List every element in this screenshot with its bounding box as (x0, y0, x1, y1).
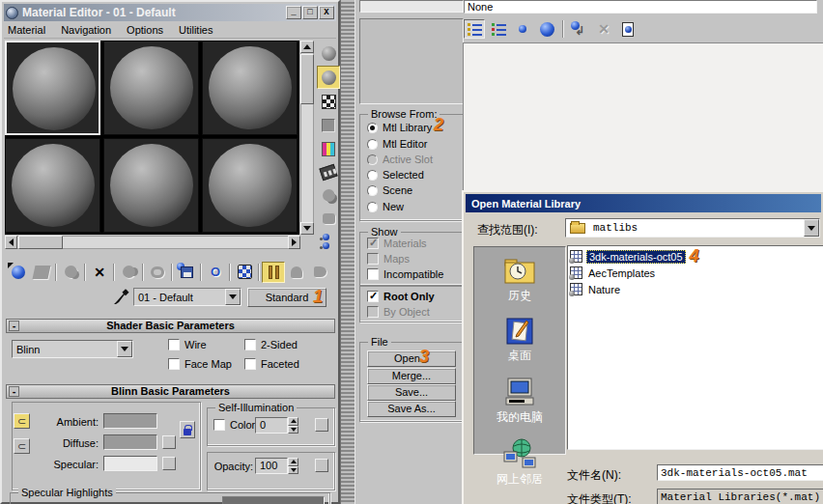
material-editor-titlebar[interactable]: Material Editor - 01 - Default _ □ X (4, 4, 336, 21)
opacity-spinner[interactable]: 100 (255, 458, 298, 474)
background-icon[interactable] (317, 90, 340, 113)
make-preview-icon[interactable] (317, 160, 340, 183)
sample-uv-tiling-icon[interactable] (317, 114, 340, 137)
checkbox-self-illum-color[interactable]: Color (213, 419, 255, 431)
shader-type-dropdown[interactable]: Blinn (12, 340, 133, 358)
spinner-down-icon[interactable] (288, 466, 298, 475)
filetype-dropdown[interactable]: Material Libraries(*.mat) (657, 489, 823, 504)
backlight-icon[interactable] (317, 66, 340, 89)
options-icon[interactable] (317, 183, 340, 207)
scroll-down-icon[interactable] (300, 222, 314, 235)
lock-ambient-diffuse-icon[interactable]: ⊂ (14, 413, 30, 429)
lock-diffuse-specular-icon[interactable]: ⊂ (14, 438, 30, 454)
checkbox-faceted[interactable]: Faceted (244, 358, 299, 370)
sample-type-icon[interactable] (317, 42, 340, 65)
browser-name-field[interactable]: None (464, 0, 817, 14)
checkbox-wire[interactable]: Wire (168, 339, 207, 350)
radio-new[interactable]: New (367, 201, 404, 212)
checkbox-icon[interactable] (367, 268, 379, 280)
dropdown-arrow-icon[interactable] (225, 289, 241, 305)
self-illum-map-button[interactable] (315, 418, 328, 432)
filename-input[interactable]: 3dk-materials-oct05.mat (657, 464, 823, 481)
pick-material-eyedropper-icon[interactable] (112, 289, 129, 306)
radio-dot-icon[interactable] (367, 202, 378, 212)
get-material-icon[interactable] (7, 262, 30, 283)
clear-material-library-icon[interactable] (617, 19, 639, 39)
close-button[interactable]: X (319, 6, 334, 19)
spinner-up-icon[interactable] (288, 458, 298, 466)
reset-map-icon[interactable]: ✕ (88, 262, 111, 283)
blinn-rollout-header[interactable]: - Blinn Basic Parameters (6, 384, 335, 399)
checkbox-icon[interactable] (367, 291, 379, 302)
minimize-button[interactable]: _ (286, 6, 301, 19)
dropdown-arrow-icon[interactable] (804, 219, 819, 237)
checkbox-icon[interactable] (213, 419, 225, 431)
dialog-file-list[interactable]: 3dk-materials-oct05 4 AecTemplates Natur… (567, 245, 823, 450)
place-my-computer[interactable]: 我的电脑 (497, 377, 543, 426)
save-as-button[interactable]: Save As... (367, 401, 456, 417)
checkbox-icon[interactable] (168, 358, 180, 370)
opacity-map-button[interactable] (315, 459, 328, 472)
radio-scene[interactable]: Scene (367, 184, 412, 196)
specular-map-button[interactable] (162, 457, 176, 470)
file-item[interactable]: AecTemplates (570, 265, 823, 281)
checkbox-2sided[interactable]: 2-Sided (244, 339, 298, 350)
put-to-library-icon[interactable] (175, 262, 198, 283)
browser-top-field[interactable] (359, 0, 464, 13)
sample-slot-6[interactable] (202, 138, 298, 233)
view-list-icon[interactable] (464, 19, 485, 39)
look-in-dropdown[interactable]: matlibs (565, 218, 820, 238)
sample-slot-3[interactable] (202, 41, 298, 135)
panel-ridge-strip[interactable] (340, 0, 355, 504)
sample-slot-5[interactable] (103, 138, 199, 233)
video-color-check-icon[interactable] (317, 137, 340, 160)
radio-dot-icon[interactable] (367, 123, 378, 133)
material-map-navigator-icon[interactable] (317, 230, 340, 253)
radio-mtl-editor[interactable]: Mtl Editor (367, 138, 427, 150)
radio-dot-icon[interactable] (367, 170, 378, 181)
file-item-selected[interactable]: 3dk-materials-oct05 4 (570, 248, 823, 265)
view-list-plus-icon[interactable] (488, 19, 509, 39)
dialog-titlebar[interactable]: Open Material Library (466, 194, 821, 212)
sample-slot-4[interactable] (5, 138, 100, 233)
diffuse-color-swatch[interactable] (103, 434, 157, 450)
save-button[interactable]: Save... (367, 384, 456, 401)
scroll-left-icon[interactable] (5, 236, 17, 249)
collapse-icon[interactable]: - (9, 386, 19, 397)
maximize-button[interactable]: □ (302, 6, 318, 19)
menu-navigation[interactable]: Navigation (61, 24, 111, 36)
vertical-scroll-thumb[interactable] (300, 54, 314, 104)
scroll-up-icon[interactable] (300, 41, 314, 53)
view-small-icons-icon[interactable] (512, 19, 533, 39)
place-history[interactable]: 历史 (502, 257, 537, 304)
checkbox-icon[interactable] (244, 339, 256, 350)
place-network[interactable]: 网上邻居 (497, 438, 543, 488)
spinner-up-icon[interactable] (288, 417, 298, 426)
collapse-icon[interactable]: - (9, 321, 19, 331)
checkbox-icon[interactable] (244, 358, 256, 370)
menu-options[interactable]: Options (127, 24, 163, 36)
material-name-dropdown[interactable]: 01 - Default (133, 288, 241, 306)
checkbox-root-only[interactable]: Root Only (367, 291, 435, 302)
file-item[interactable]: Nature (570, 281, 823, 297)
sample-slot-2[interactable] (103, 41, 199, 135)
view-large-icons-icon[interactable] (536, 19, 557, 39)
menu-utilities[interactable]: Utilities (179, 24, 213, 36)
show-map-in-viewport-icon[interactable] (233, 262, 256, 283)
checkbox-icon[interactable] (168, 339, 180, 350)
menu-material[interactable]: Material (8, 24, 45, 36)
material-id-channel-icon[interactable]: O (204, 262, 227, 283)
show-end-result-icon[interactable] (262, 262, 285, 283)
lock-button-icon[interactable] (180, 421, 195, 438)
checkbox-face-map[interactable]: Face Map (168, 358, 232, 370)
shader-rollout-header[interactable]: - Shader Basic Parameters (6, 319, 335, 333)
sample-slot-1[interactable] (5, 41, 100, 135)
radio-mtl-library[interactable]: Mtl Library (367, 122, 432, 133)
specular-color-swatch[interactable] (103, 456, 157, 471)
dropdown-arrow-icon[interactable] (117, 341, 132, 357)
radio-selected[interactable]: Selected (367, 169, 424, 181)
update-scene-materials-icon[interactable]: ↲ (569, 19, 590, 39)
checkbox-incompatible[interactable]: Incompatible (367, 268, 443, 280)
ambient-color-swatch[interactable] (103, 413, 157, 429)
open-button[interactable]: Open... (367, 350, 456, 367)
